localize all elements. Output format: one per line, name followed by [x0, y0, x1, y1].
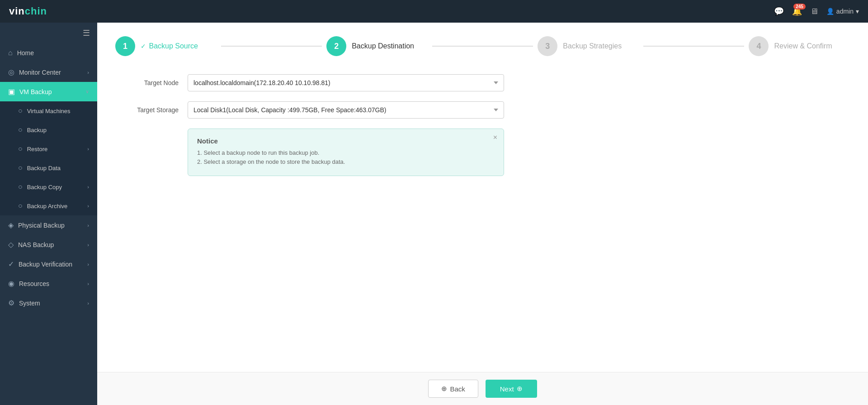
backup-data-icon: ○ [18, 164, 23, 172]
logo-chin: chin [25, 5, 47, 17]
sidebar-label-backup-archive: Backup Archive [27, 203, 68, 210]
sidebar-item-backup[interactable]: ○ Backup [0, 120, 97, 139]
notice-list: 1. Select a backup node to run this back… [197, 149, 495, 165]
content-area: 1 ✓ Backup Source 2 Backup Destination [97, 23, 868, 405]
backup-archive-chevron-icon: › [87, 203, 89, 209]
notice-item-2: 2. Select a storage on the node to store… [197, 158, 495, 165]
physical-backup-chevron-icon: › [87, 223, 89, 228]
topbar: vinchin 💬 🔔 245 🖥 👤 admin ▾ [0, 0, 868, 23]
backup-verification-icon: ✓ [8, 260, 14, 268]
back-label: Back [450, 385, 465, 393]
nas-backup-chevron-icon: › [87, 242, 89, 248]
sidebar-item-backup-data[interactable]: ○ Backup Data [0, 158, 97, 177]
monitor-center-icon: ◎ [8, 68, 14, 76]
sidebar-toggle[interactable]: ☰ [0, 23, 97, 43]
sidebar-item-backup-copy[interactable]: ○ Backup Copy › [0, 177, 97, 196]
target-storage-row: Target Storage Local Disk1(Local Disk, C… [115, 101, 850, 119]
sidebar-label-backup-copy: Backup Copy [27, 184, 62, 191]
backup-icon: ○ [18, 126, 23, 134]
sidebar-label-backup: Backup [27, 127, 47, 133]
logo-vin: vin [9, 5, 25, 17]
wizard-step-2: 2 Backup Destination [326, 36, 428, 56]
step-2-text: Backup Destination [352, 42, 414, 50]
sidebar-item-home[interactable]: ⌂ Home [0, 43, 97, 62]
step-1-label: ✓ Backup Source [141, 42, 198, 50]
sidebar-item-nas-backup[interactable]: ◇ NAS Backup › [0, 235, 97, 254]
sidebar-item-resources[interactable]: ◉ Resources › [0, 274, 97, 293]
sidebar-label-monitor-center: Monitor Center [19, 69, 61, 76]
step-1-text: Backup Source [149, 42, 198, 50]
monitor-icon[interactable]: 🖥 [810, 7, 818, 16]
step-3-circle: 3 [538, 36, 557, 56]
sidebar: ☰ ⌂ Home ◎ Monitor Center › ▣ VM Backup … [0, 23, 97, 405]
step-divider-2-3 [432, 46, 533, 47]
wizard-steps: 1 ✓ Backup Source 2 Backup Destination [115, 36, 850, 56]
step-1-circle: 1 [115, 36, 135, 56]
sidebar-label-backup-verification: Backup Verification [19, 261, 72, 268]
target-storage-label: Target Storage [115, 106, 179, 114]
sidebar-item-backup-verification[interactable]: ✓ Backup Verification › [0, 254, 97, 274]
target-storage-select[interactable]: Local Disk1(Local Disk, Capacity :499.75… [188, 101, 504, 119]
wizard-step-1: 1 ✓ Backup Source [115, 36, 217, 56]
sidebar-label-vm-backup: VM Backup [19, 88, 52, 95]
notification-bell-wrap[interactable]: 🔔 245 [792, 6, 802, 16]
backup-archive-icon: ○ [18, 202, 23, 210]
user-icon: 👤 [826, 8, 834, 15]
resources-icon: ◉ [8, 279, 14, 288]
app-logo: vinchin [9, 5, 47, 17]
step-divider-1-2 [221, 46, 322, 47]
sidebar-item-virtual-machines[interactable]: ○ Virtual Machines [0, 101, 97, 120]
user-dropdown-icon: ▾ [856, 8, 859, 15]
step-3-text: Backup Strategies [563, 42, 622, 50]
target-node-label: Target Node [115, 79, 179, 86]
restore-chevron-icon: › [87, 146, 89, 152]
step-3-number: 3 [545, 42, 550, 51]
content-main: 1 ✓ Backup Source 2 Backup Destination [97, 23, 868, 372]
sidebar-item-vm-backup[interactable]: ▣ VM Backup ∨ [0, 82, 97, 101]
back-button[interactable]: ⊕ Back [428, 380, 478, 398]
sidebar-label-virtual-machines: Virtual Machines [27, 108, 71, 114]
notice-close-button[interactable]: × [493, 133, 497, 142]
step-4-circle: 4 [749, 36, 769, 56]
target-node-select[interactable]: localhost.localdomain(172.18.20.40 10.10… [188, 74, 504, 91]
notice-item-1: 1. Select a backup node to run this back… [197, 149, 495, 156]
sidebar-label-home: Home [17, 49, 34, 57]
step-4-number: 4 [756, 42, 761, 51]
vm-backup-icon: ▣ [8, 87, 15, 96]
resources-chevron-icon: › [87, 281, 89, 286]
next-icon: ⊕ [517, 385, 523, 393]
step-2-circle: 2 [326, 36, 346, 56]
notification-badge: 245 [793, 4, 806, 10]
sidebar-label-resources: Resources [19, 280, 49, 287]
content-footer: ⊕ Back Next ⊕ [97, 372, 868, 405]
system-chevron-icon: › [87, 300, 89, 306]
sidebar-item-system[interactable]: ⚙ System › [0, 293, 97, 313]
sidebar-label-backup-data: Backup Data [27, 165, 61, 172]
next-label: Next [500, 385, 514, 393]
sidebar-label-physical-backup: Physical Backup [18, 222, 65, 229]
vm-backup-submenu: ○ Virtual Machines ○ Backup ○ Restore › … [0, 101, 97, 215]
next-button[interactable]: Next ⊕ [486, 380, 537, 398]
restore-icon: ○ [18, 145, 23, 153]
sidebar-item-restore[interactable]: ○ Restore › [0, 139, 97, 158]
step-1-number: 1 [123, 42, 127, 51]
wizard-step-4: 4 Review & Confirm [749, 36, 850, 56]
step-2-number: 2 [334, 42, 339, 51]
chevron-right-icon: › [87, 70, 89, 75]
user-menu[interactable]: 👤 admin ▾ [826, 8, 859, 15]
system-icon: ⚙ [8, 299, 14, 307]
backup-verification-chevron-icon: › [87, 262, 89, 267]
home-icon: ⌂ [8, 49, 13, 57]
step-4-text: Review & Confirm [774, 42, 832, 50]
backup-copy-icon: ○ [18, 183, 23, 191]
chat-icon[interactable]: 💬 [774, 6, 784, 16]
wizard-step-3: 3 Backup Strategies [538, 36, 639, 56]
user-label: admin [836, 8, 854, 15]
sidebar-item-physical-backup[interactable]: ◈ Physical Backup › [0, 215, 97, 235]
sidebar-label-system: System [19, 300, 40, 307]
back-icon: ⊕ [441, 385, 447, 393]
sidebar-label-restore: Restore [27, 146, 48, 152]
sidebar-item-backup-archive[interactable]: ○ Backup Archive › [0, 196, 97, 215]
step-1-check-icon: ✓ [141, 43, 146, 50]
sidebar-item-monitor-center[interactable]: ◎ Monitor Center › [0, 62, 97, 82]
